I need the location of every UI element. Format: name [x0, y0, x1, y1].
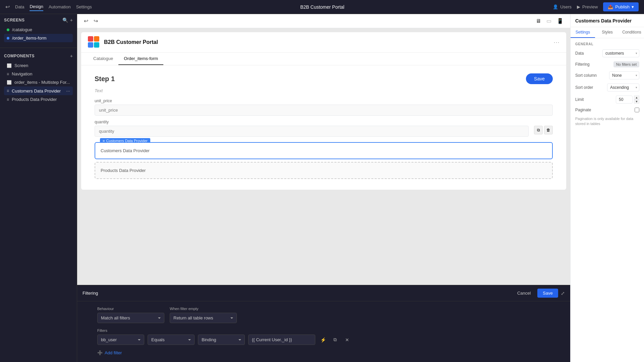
filtering-cancel-button[interactable]: Cancel [513, 289, 535, 298]
limit-increment-button[interactable]: ▲ [634, 96, 639, 100]
component-products-data-provider[interactable]: ≡ Products Data Provider [4, 95, 73, 104]
navigation-icon: ≡ [7, 72, 9, 76]
main-layout: Screens 🔍 + /catalogue /order_items-form… [0, 14, 644, 362]
tab-automation[interactable]: Automation [49, 3, 71, 11]
nav-right: 👤 Users ▶ Preview 📤 Publish ▾ [553, 2, 639, 11]
sort-order-label: Sort order [575, 85, 593, 90]
filtering-body: Behaviour Match all filters Match any fi… [77, 301, 570, 362]
tablet-view-button[interactable]: ▭ [545, 17, 553, 25]
quantity-input[interactable] [95, 126, 529, 137]
filtering-title: Filtering [83, 291, 98, 296]
filter-operator-select[interactable]: Equals Not equals Contains [148, 335, 195, 345]
add-filter-button[interactable]: ➕ Add filter [97, 349, 122, 357]
filtering-save-button[interactable]: Save [537, 289, 558, 298]
filter-value-input[interactable]: {{ Current User._id }} [248, 335, 315, 345]
desktop-view-button[interactable]: 🖥 [534, 17, 542, 25]
tab-settings[interactable]: Settings [76, 3, 92, 11]
canvas-area: ↩ ↪ 🖥 ▭ 📱 [77, 14, 570, 362]
component-multistep-form[interactable]: ⬜ order_items - Multistep For... [4, 78, 73, 86]
sort-column-label: Sort column [575, 73, 597, 78]
nav-left: ↩ Data Design Automation Settings [5, 3, 92, 11]
undo-button[interactable]: ↩ [83, 17, 90, 25]
step-title: Step 1 [95, 75, 115, 83]
quantity-label: quantity [95, 120, 553, 124]
filter-lightning-button[interactable]: ⚡ [319, 336, 327, 344]
preview-app-title: B2B Customer Portal [104, 39, 158, 45]
mobile-view-button[interactable]: 📱 [555, 17, 565, 25]
top-nav: ↩ Data Design Automation Settings B2B Cu… [0, 0, 644, 14]
sort-order-select-wrapper: Ascending Descending [607, 83, 639, 92]
publish-button[interactable]: 📤 Publish ▾ [603, 2, 639, 11]
sort-order-select[interactable]: Ascending Descending [607, 83, 639, 92]
sidebar-divider-1 [0, 48, 77, 48]
products-data-provider-box[interactable]: Products Data Provider [95, 162, 553, 179]
filtering-badge[interactable]: No filters set [613, 61, 639, 67]
limit-property-row: Limit ▲ ▼ [575, 96, 639, 104]
paginate-label: Paginate [575, 108, 591, 112]
filtering-property-label: Filtering [575, 62, 590, 67]
add-component-button[interactable]: + [70, 53, 73, 59]
limit-decrement-button[interactable]: ▼ [634, 100, 639, 104]
screens-header: Screens 🔍 + [4, 17, 73, 23]
step-save-button[interactable]: Save [526, 73, 553, 84]
when-filter-empty-select[interactable]: Return all table rows Return empty [170, 313, 237, 323]
sidebar-item-catalogue[interactable]: /catalogue [4, 25, 73, 34]
search-button[interactable]: 🔍 [62, 17, 68, 23]
when-filter-empty-group: When filter empty Return all table rows … [170, 307, 237, 323]
screen-icon: ⬜ [7, 63, 12, 68]
back-button[interactable]: ↩ [5, 4, 10, 10]
customers-provider-icon: ≡ [7, 88, 9, 93]
canvas-toolbar: ↩ ↪ 🖥 ▭ 📱 [77, 14, 570, 28]
sort-column-select[interactable]: None [609, 71, 639, 79]
limit-value: ▲ ▼ [616, 96, 639, 104]
customers-provider-more[interactable]: ··· [66, 88, 70, 94]
add-filter-icon: ➕ [97, 350, 103, 355]
users-button[interactable]: 👤 Users [553, 4, 572, 9]
filtering-property-row: Filtering No filters set [575, 61, 639, 67]
screen-active-dot [7, 28, 9, 31]
filter-copy-button[interactable]: ⧉ [331, 336, 339, 344]
limit-input[interactable] [616, 96, 633, 104]
customers-data-provider-box[interactable]: Customers Data Provider [95, 142, 553, 159]
sidebar-item-order-items-form[interactable]: /order_items-form [4, 34, 73, 42]
paginate-checkbox[interactable] [635, 108, 639, 112]
component-customers-data-provider[interactable]: ≡ Customers Data Provider ··· [4, 86, 73, 95]
component-navigation[interactable]: ≡ Navigation [4, 70, 73, 78]
quantity-delete-button[interactable]: 🗑 [544, 126, 553, 134]
unit-price-label: unit_price [95, 99, 553, 103]
filtering-actions: Cancel Save ⤢ [513, 289, 565, 298]
right-sidebar-component-name: Customers Data Provider [575, 18, 639, 23]
unit-price-input[interactable] [95, 105, 553, 116]
filtering-panel: Filtering Cancel Save ⤢ Behaviour Match … [77, 285, 570, 362]
data-select[interactable]: customers [602, 49, 639, 57]
app-header: B2B Customer Portal ⋯ [81, 32, 566, 53]
right-sidebar-body: GENERAL Data customers Filtering No filt… [571, 38, 644, 131]
sort-column-select-wrapper: None [609, 71, 639, 79]
filter-field-select[interactable]: bb_user id name email [97, 335, 144, 345]
sort-order-property-row: Sort order Ascending Descending [575, 83, 639, 92]
products-provider-box-label: Products Data Provider [101, 168, 146, 173]
quantity-copy-button[interactable]: ⧉ [534, 126, 543, 134]
add-screen-button[interactable]: + [70, 17, 73, 23]
app-dots-icon[interactable]: ⋯ [553, 39, 559, 46]
tab-data[interactable]: Data [15, 3, 24, 11]
tab-design[interactable]: Design [30, 3, 43, 11]
quantity-group: quantity ⧉ 🗑 [95, 120, 553, 137]
tab-conditions[interactable]: Conditions [620, 27, 644, 38]
tab-styles[interactable]: Styles [595, 27, 620, 38]
component-screen[interactable]: ⬜ Screen [4, 61, 73, 70]
app-preview: B2B Customer Portal ⋯ Catalogue Order_it… [77, 28, 570, 285]
users-icon: 👤 [553, 4, 558, 9]
behaviour-select[interactable]: Match all filters Match any filter [97, 313, 164, 323]
tab-settings[interactable]: Settings [571, 27, 595, 38]
filter-remove-button[interactable]: ✕ [343, 336, 352, 344]
filtering-expand-button[interactable]: ⤢ [561, 289, 565, 298]
behaviour-label: Behaviour [97, 307, 164, 311]
preview-tab-order-items[interactable]: Order_items-form [118, 53, 163, 65]
preview-button[interactable]: ▶ Preview [577, 4, 598, 9]
redo-button[interactable]: ↪ [92, 17, 99, 25]
data-property-label: Data [575, 51, 584, 56]
preview-tab-catalogue[interactable]: Catalogue [88, 53, 118, 65]
filter-binding-select[interactable]: Binding Value [198, 335, 245, 345]
logo-sq-cyan [94, 42, 99, 48]
